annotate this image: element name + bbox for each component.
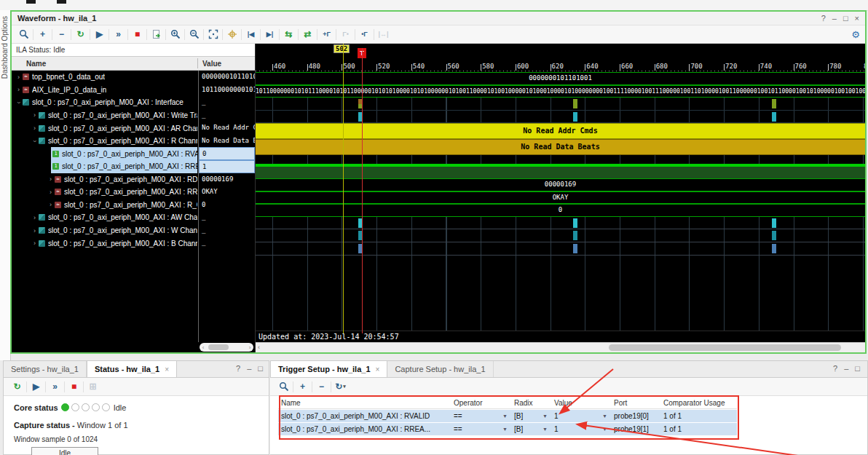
goto-end-icon[interactable]: ▶| [262,28,277,41]
value-dropdown[interactable]: 1▼ [551,423,611,435]
column-header-radix[interactable]: Radix [511,397,551,408]
search-icon[interactable] [16,28,31,41]
tree-row[interactable]: ›slot_0 : ps7_0_axi_periph_M00_AXI : B C… [12,237,197,250]
run-trigger-icon[interactable]: ▶ [28,380,44,393]
add-probes-icon[interactable]: + [35,28,50,41]
collapse-chevron-icon[interactable]: › [15,99,23,106]
wave-row-data-out[interactable]: 0000000101101001 [256,72,865,85]
rerun-trigger-icon[interactable]: ↻ [73,28,88,41]
wave-row-data-in[interactable]: 1011000000010101110000101011000001010101… [256,85,865,98]
write-transactions-lane[interactable] [256,111,865,124]
value-dropdown[interactable]: 1▼ [551,410,611,422]
settings-gear-icon[interactable]: ⚙ [851,29,860,40]
rerun-trigger-icon[interactable]: ↻ [9,380,25,393]
expand-chevron-icon[interactable]: › [47,175,55,183]
expand-chevron-icon[interactable]: › [31,111,39,119]
scrollbar-thumb[interactable] [609,344,840,351]
remove-probes-icon[interactable]: − [54,28,69,41]
trigger-probe-row[interactable]: slot_0 : ps7_0_axi_periph_M00_AXI : RVAL… [278,410,737,422]
run-trigger-icon[interactable]: ▶ [92,28,107,41]
tree-row[interactable]: ›≈AIX_Lite_IP_0_data_in [12,84,197,97]
remove-probe-icon[interactable]: − [314,380,329,393]
expand-chevron-icon[interactable]: › [47,201,55,208]
operator-dropdown[interactable]: ==▼ [451,423,511,435]
tab-settings-hw-ila-1[interactable]: Settings - hw_ila_1 [4,361,87,377]
stop-trigger-icon[interactable]: ■ [66,380,82,393]
cursor-marker-label[interactable]: 502 [334,44,350,53]
close-icon[interactable]: × [855,14,859,23]
tab-close-icon[interactable]: × [376,365,380,373]
expand-chevron-icon[interactable]: › [31,124,39,132]
minimize-icon[interactable]: – [832,14,837,23]
scrollbar-thumb[interactable] [208,344,229,350]
column-header-name[interactable]: Name [278,397,451,408]
prev-transition-icon[interactable]: ⇆ [281,28,296,41]
tree-row[interactable]: 1slot_0 : ps7_0_axi_periph_M00_AXI : RRE… [12,160,197,173]
column-divider[interactable] [197,58,198,68]
auto-retrigger-icon[interactable]: ↻▾ [333,380,348,393]
search-icon[interactable] [276,380,291,393]
name-column-header[interactable]: Name [26,57,46,71]
zoom-to-cursor-icon[interactable] [224,28,240,41]
scroll-left-icon[interactable]: ‹ [200,344,207,351]
expand-chevron-icon[interactable]: › [15,86,23,93]
expand-chevron-icon[interactable]: › [47,189,55,196]
tree-row[interactable]: ›≈slot_0 : ps7_0_axi_periph_M00_AXI : R_… [12,199,197,212]
operator-dropdown[interactable]: ==▼ [451,410,511,422]
expand-chevron-icon[interactable]: › [31,227,39,234]
tab-capture-setup-hw-ila-1[interactable]: Capture Setup - hw_ila_1 [387,361,493,377]
next-marker-icon[interactable]: •Γ [357,28,372,41]
zoom-in-icon[interactable] [167,28,183,41]
rcnt-lane[interactable]: 0 [256,204,865,217]
add-marker-icon[interactable]: +Γ [319,28,334,41]
goto-start-icon[interactable]: |◀ [243,28,259,41]
tab-status-hw-ila-1[interactable]: Status - hw_ila_1× [87,361,177,377]
radix-dropdown[interactable]: [B]▼ [511,423,551,435]
tree-row[interactable]: ›slot_0 : ps7_0_axi_periph_M00_AXI : Wri… [12,109,197,122]
tree-row[interactable]: ›≈slot_0 : ps7_0_axi_periph_M00_AXI : RR… [12,186,197,199]
waveform-scrollbar[interactable]: ‹ [256,342,865,352]
help-icon[interactable]: ? [821,14,826,23]
expand-chevron-icon[interactable]: › [31,214,39,221]
rdata-lane[interactable]: 00000169 [256,178,865,191]
column-header-operator[interactable]: Operator [451,397,511,408]
tree-row[interactable]: ›slot_0 : ps7_0_axi_periph_M00_AXI : AW … [12,211,197,224]
value-column-header[interactable]: Value [202,57,221,71]
interface-lane[interactable] [256,98,865,111]
ar-channel-bar[interactable]: No Read Addr Cmds [256,123,865,139]
tab-trigger-setup-hw-ila-1[interactable]: Trigger Setup - hw_ila_1× [270,361,387,377]
value-scrollbar[interactable]: ‹ › [200,343,253,352]
column-header-port[interactable]: Port [611,397,660,408]
next-transition-icon[interactable]: ⇄ [300,28,315,41]
aw-channel-lane[interactable] [256,217,865,230]
tree-row[interactable]: ›slot_0 : ps7_0_axi_periph_M00_AXI : Int… [12,96,197,109]
rvalid-lane[interactable] [256,155,865,165]
help-icon[interactable]: ? [236,364,240,373]
rready-lane[interactable] [256,165,865,178]
zoom-fit-icon[interactable] [205,28,221,41]
r-channel-bar[interactable]: No Read Data Beats [256,139,865,155]
tab-close-icon[interactable]: × [165,365,169,373]
tree-row[interactable]: ›slot_0 : ps7_0_axi_periph_M00_AXI : W C… [12,224,197,237]
rresp-lane[interactable]: OKAY [256,191,865,205]
tree-row[interactable]: ›≈top_bpnet_0_data_out [12,71,197,84]
b-channel-lane[interactable] [256,242,865,256]
expand-chevron-icon[interactable]: › [15,74,23,81]
run-immediate-icon[interactable]: » [111,28,126,41]
maximize-icon[interactable]: □ [855,364,860,373]
zoom-out-icon[interactable] [186,28,202,41]
collapse-chevron-icon[interactable]: › [31,138,39,145]
minimize-icon[interactable]: – [247,364,251,373]
export-data-icon[interactable] [149,28,164,41]
add-probe-icon[interactable]: + [295,380,310,393]
run-immediate-icon[interactable]: » [47,380,63,393]
w-channel-lane[interactable] [256,229,865,242]
scroll-right-icon[interactable]: › [246,344,253,351]
column-header-value[interactable]: Value [551,397,611,408]
trigger-probe-row[interactable]: slot_0 : ps7_0_axi_periph_M00_AXI : RREA… [278,423,737,435]
expand-chevron-icon[interactable]: › [31,240,39,247]
scroll-left-icon[interactable]: ‹ [258,343,260,352]
tree-row[interactable]: ›slot_0 : ps7_0_axi_periph_M00_AXI : R C… [12,135,197,148]
waveform-canvas[interactable]: 502 T 4604805005205405605806006206406606… [255,44,865,352]
tree-row[interactable]: ›≈slot_0 : ps7_0_axi_periph_M00_AXI : RD… [12,173,197,186]
